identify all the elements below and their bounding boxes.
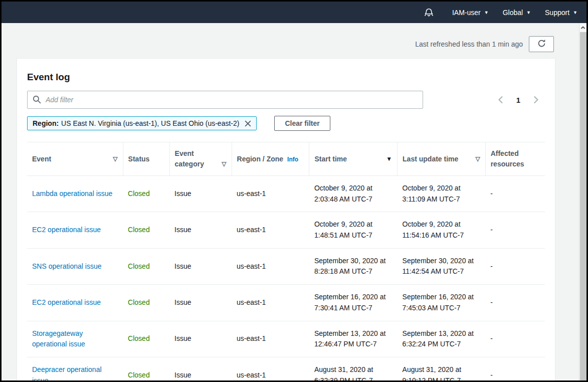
info-link[interactable]: Info bbox=[287, 156, 298, 163]
table-cell: us-east-1 bbox=[232, 321, 309, 357]
column-header-label: Last update time bbox=[403, 155, 458, 163]
event-link[interactable]: Deepracer operational issue bbox=[32, 365, 102, 382]
event-link[interactable]: Storagegateway operational issue bbox=[32, 329, 85, 348]
column-header-affected-resources: Affected resources bbox=[485, 142, 545, 176]
table-cell: October 9, 2020 at 2:03:48 AM UTC-7 bbox=[309, 176, 398, 212]
table-cell: Closed bbox=[123, 212, 169, 248]
region-filter-token: Region: US East N. Virginia (us-east-1),… bbox=[27, 116, 257, 130]
column-header-label-group: Last update time bbox=[403, 154, 458, 164]
event-link[interactable]: SNS operational issue bbox=[32, 262, 102, 270]
nav-item-iam-user[interactable]: IAM-user ▼ bbox=[452, 9, 489, 17]
chevron-down-icon: ▼ bbox=[484, 10, 489, 15]
table-row: EC2 operational issueClosedIssueus-east-… bbox=[27, 285, 545, 321]
vertical-scrollbar[interactable] bbox=[579, 23, 586, 380]
affected-resources-text: - bbox=[490, 226, 493, 234]
sort-toggle-icon[interactable]: ▽ bbox=[475, 154, 480, 164]
event-category-text: Issue bbox=[174, 262, 191, 270]
filter-input-wrap bbox=[27, 91, 423, 109]
column-header-label-group: Status bbox=[128, 154, 150, 164]
sort-toggle-icon[interactable]: ▽ bbox=[222, 159, 226, 169]
table-cell: Closed bbox=[123, 321, 169, 357]
table-cell: - bbox=[485, 248, 545, 284]
filter-token-key: Region: bbox=[33, 119, 59, 127]
column-header-label-group: Affected resources bbox=[491, 148, 540, 169]
notifications-bell-icon[interactable] bbox=[424, 7, 434, 18]
last-update-time-text: September 30, 2020 at 11:42:54 AM UTC-7 bbox=[403, 257, 474, 276]
event-link[interactable]: Lambda operational issue bbox=[32, 189, 112, 198]
previous-page-button[interactable] bbox=[498, 96, 503, 104]
last-update-time-text: October 9, 2020 at 11:54:16 AM UTC-7 bbox=[403, 220, 464, 239]
status-text: Closed bbox=[128, 226, 150, 234]
start-time-text: October 9, 2020 at 1:48:51 AM UTC-7 bbox=[314, 220, 372, 239]
affected-resources-text: - bbox=[490, 334, 493, 342]
column-header-inner: Event category▽ bbox=[175, 148, 227, 169]
search-icon bbox=[33, 95, 41, 106]
table-cell: EC2 operational issue bbox=[27, 212, 123, 248]
scrollbar-thumb[interactable] bbox=[580, 32, 586, 380]
table-cell: - bbox=[485, 176, 545, 212]
table-cell: - bbox=[485, 212, 545, 248]
table-cell: us-east-1 bbox=[232, 176, 309, 212]
affected-resources-text: - bbox=[490, 189, 493, 198]
column-header-status: Status bbox=[123, 142, 169, 176]
event-category-text: Issue bbox=[174, 298, 191, 306]
column-header-label-group: Region / ZoneInfo bbox=[237, 154, 299, 164]
clear-filter-button[interactable]: Clear filter bbox=[274, 116, 330, 131]
next-page-button[interactable] bbox=[533, 96, 539, 104]
column-header-event[interactable]: Event▽ bbox=[27, 142, 123, 176]
status-text: Closed bbox=[128, 298, 150, 306]
table-cell: us-east-1 bbox=[232, 285, 309, 321]
region-zone-text: us-east-1 bbox=[237, 371, 266, 379]
column-header-event-category[interactable]: Event category▽ bbox=[169, 142, 232, 176]
filter-row: 1 bbox=[27, 91, 545, 109]
page-title: Event log bbox=[27, 69, 545, 91]
remove-filter-icon[interactable] bbox=[244, 120, 252, 127]
column-header-inner: Status bbox=[128, 154, 164, 164]
table-cell: October 9, 2020 at 3:11:09 AM UTC-7 bbox=[398, 176, 486, 212]
table-cell: Closed bbox=[123, 285, 169, 321]
status-text: Closed bbox=[128, 262, 150, 270]
column-header-label-group: Event category bbox=[175, 148, 220, 169]
table-cell: September 13, 2020 at 6:32:24 PM UTC-7 bbox=[398, 321, 486, 357]
table-body: Lambda operational issueClosedIssueus-ea… bbox=[27, 176, 545, 382]
scroll-up-button[interactable] bbox=[579, 23, 586, 32]
column-header-inner: Start time▼ bbox=[314, 154, 392, 164]
table-cell: Storagegateway operational issue bbox=[27, 321, 123, 357]
sort-descending-icon[interactable]: ▼ bbox=[386, 154, 392, 164]
top-navigation-bar: IAM-user ▼ Global ▼ Support ▼ bbox=[2, 2, 586, 23]
affected-resources-text: - bbox=[490, 262, 493, 270]
pagination: 1 bbox=[498, 96, 545, 104]
table-cell: September 13, 2020 at 12:46:47 PM UTC-7 bbox=[309, 321, 398, 357]
last-refreshed-text: Last refreshed less than 1 min ago bbox=[415, 40, 523, 48]
table-cell: Deepracer operational issue bbox=[27, 357, 123, 382]
nav-item-region-global[interactable]: Global ▼ bbox=[503, 9, 531, 17]
current-page-number[interactable]: 1 bbox=[516, 96, 520, 104]
event-link[interactable]: EC2 operational issue bbox=[32, 226, 101, 234]
table-cell: Lambda operational issue bbox=[27, 176, 123, 212]
status-text: Closed bbox=[128, 189, 150, 198]
nav-item-support[interactable]: Support ▼ bbox=[545, 9, 577, 17]
refresh-button[interactable] bbox=[529, 36, 554, 52]
table-cell: October 9, 2020 at 1:48:51 AM UTC-7 bbox=[309, 212, 398, 248]
event-category-text: Issue bbox=[174, 334, 191, 342]
column-header-label: Affected resources bbox=[491, 149, 524, 168]
sort-toggle-icon[interactable]: ▽ bbox=[113, 154, 117, 164]
column-header-start-time[interactable]: Start time▼ bbox=[309, 142, 398, 176]
column-header-label: Event category bbox=[175, 149, 204, 168]
table-cell: Issue bbox=[169, 248, 232, 284]
table-cell: - bbox=[485, 285, 545, 321]
table-row: EC2 operational issueClosedIssueus-east-… bbox=[27, 212, 545, 248]
add-filter-input[interactable] bbox=[27, 91, 423, 109]
table-row: SNS operational issueClosedIssueus-east-… bbox=[27, 248, 545, 284]
affected-resources-text: - bbox=[490, 298, 493, 306]
start-time-text: October 9, 2020 at 2:03:48 AM UTC-7 bbox=[314, 184, 372, 203]
column-header-inner: Event▽ bbox=[32, 154, 118, 164]
event-link[interactable]: EC2 operational issue bbox=[32, 298, 101, 306]
column-header-last-update-time[interactable]: Last update time▽ bbox=[398, 142, 486, 176]
table-cell: August 31, 2020 at 6:32:39 PM UTC-7 bbox=[309, 357, 398, 382]
table-cell: Issue bbox=[169, 357, 232, 382]
table-cell: September 16, 2020 at 7:30:41 AM UTC-7 bbox=[309, 285, 398, 321]
column-header-inner: Region / ZoneInfo bbox=[237, 154, 304, 164]
region-zone-text: us-east-1 bbox=[237, 262, 266, 270]
table-cell: - bbox=[485, 321, 545, 357]
